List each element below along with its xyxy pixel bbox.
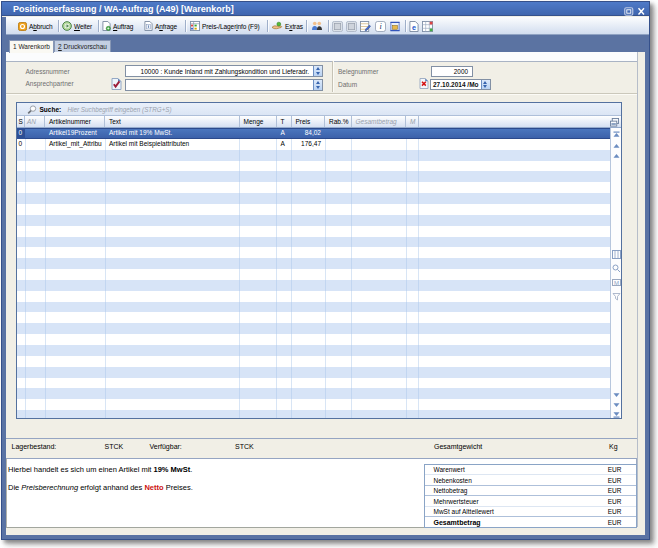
svg-text:M: M	[614, 280, 619, 286]
svg-text:e: e	[412, 22, 416, 31]
